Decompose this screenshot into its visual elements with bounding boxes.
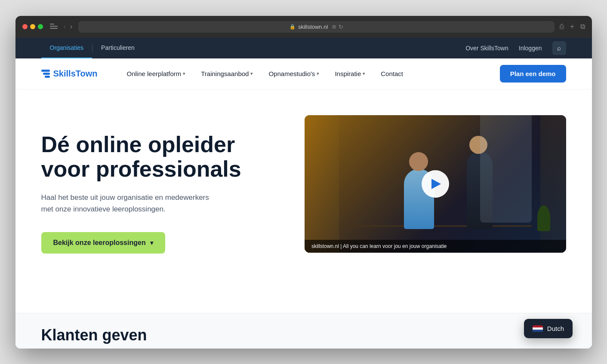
hero-title: Dé online opleider voor professionals — [41, 132, 279, 181]
sidebar-toggle-icon[interactable] — [50, 24, 58, 30]
cta-button[interactable]: Bekijk onze leeroplossingen ▾ — [41, 232, 165, 254]
chevron-down-icon: ▾ — [363, 71, 365, 76]
hero-section: Dé online opleider voor professionals Ha… — [15, 89, 592, 313]
language-popup[interactable]: Dutch — [524, 319, 573, 338]
tab-overview-icon[interactable]: ⧉ — [580, 23, 585, 31]
website-content: Organisaties Particulieren Over SkillsTo… — [15, 38, 592, 349]
translate-icon[interactable]: ⊞ — [332, 24, 336, 30]
share-icon[interactable]: ⎙ — [560, 23, 564, 31]
top-nav: Organisaties Particulieren Over SkillsTo… — [15, 38, 592, 58]
top-nav-item-particulieren[interactable]: Particulieren — [92, 38, 143, 58]
traffic-lights — [22, 24, 43, 29]
hero-video[interactable]: skillstown.nl | All you can learn voor j… — [305, 115, 566, 253]
browser-titlebar: ‹ › 🔒 skillstown.nl ⊞ ↻ ⎙ + ⧉ — [15, 16, 592, 38]
reload-icon[interactable]: ↻ — [339, 24, 343, 30]
hero-subtitle: Haal het beste uit jouw organisatie en m… — [41, 192, 222, 215]
chevron-down-icon: ▾ — [183, 71, 185, 76]
address-bar[interactable]: 🔒 skillstown.nl ⊞ ↻ — [78, 21, 555, 33]
inloggen-link[interactable]: Inloggen — [519, 45, 542, 52]
play-button[interactable] — [422, 170, 449, 198]
hero-text: Dé online opleider voor professionals Ha… — [41, 115, 279, 254]
top-nav-right: Over SkillsTown Inloggen ⌕ — [465, 41, 566, 55]
nav-item-contact[interactable]: Contact — [374, 67, 410, 81]
play-triangle-icon — [431, 179, 441, 189]
top-nav-item-organisaties[interactable]: Organisaties — [41, 38, 92, 58]
klanten-title: Klanten geven — [41, 313, 566, 349]
browser-actions: ⎙ + ⧉ — [560, 23, 585, 31]
plan-demo-button[interactable]: Plan een demo — [500, 65, 566, 83]
browser-controls — [48, 24, 58, 30]
lock-icon: 🔒 — [290, 24, 296, 30]
dutch-flag-icon — [533, 325, 543, 332]
video-caption: skillstown.nl | All you can learn voor j… — [305, 240, 566, 253]
search-button[interactable]: ⌕ — [552, 41, 566, 55]
back-arrow-icon[interactable]: ‹ — [63, 23, 67, 31]
logo-icon — [41, 70, 50, 78]
search-icon: ⌕ — [557, 44, 561, 52]
video-overlay — [305, 115, 566, 253]
maximize-button[interactable] — [38, 24, 43, 29]
nav-item-leerplatform[interactable]: Online leerplatform ▾ — [120, 67, 193, 81]
logo[interactable]: SkillsTown — [41, 69, 98, 79]
url-text: skillstown.nl — [298, 24, 328, 30]
logo-text: SkillsTown — [53, 69, 98, 79]
nav-item-trainingsaanbod[interactable]: Trainingsaanbod ▾ — [194, 67, 260, 81]
language-name: Dutch — [547, 325, 564, 332]
main-nav-items: Online leerplatform ▾ Trainingsaanbod ▾ … — [120, 67, 486, 81]
main-nav: SkillsTown Online leerplatform ▾ Trainin… — [15, 58, 592, 89]
minimize-button[interactable] — [30, 24, 35, 29]
new-tab-icon[interactable]: + — [570, 23, 574, 31]
nav-item-inspiratie[interactable]: Inspiratie ▾ — [328, 67, 372, 81]
forward-arrow-icon[interactable]: › — [69, 23, 73, 31]
close-button[interactable] — [22, 24, 28, 29]
browser-window: ‹ › 🔒 skillstown.nl ⊞ ↻ ⎙ + ⧉ Organisati… — [15, 16, 592, 349]
klanten-section-peek: Klanten geven — [15, 313, 592, 349]
chevron-down-icon: ▾ — [150, 239, 153, 246]
chevron-down-icon: ▾ — [317, 71, 319, 76]
nav-arrows: ‹ › — [63, 23, 74, 31]
chevron-down-icon: ▾ — [250, 71, 253, 76]
over-skillstown-link[interactable]: Over SkillsTown — [465, 45, 508, 52]
nav-item-opnamestudios[interactable]: Opnamestudio's ▾ — [262, 67, 326, 81]
top-nav-left: Organisaties Particulieren — [41, 38, 143, 58]
